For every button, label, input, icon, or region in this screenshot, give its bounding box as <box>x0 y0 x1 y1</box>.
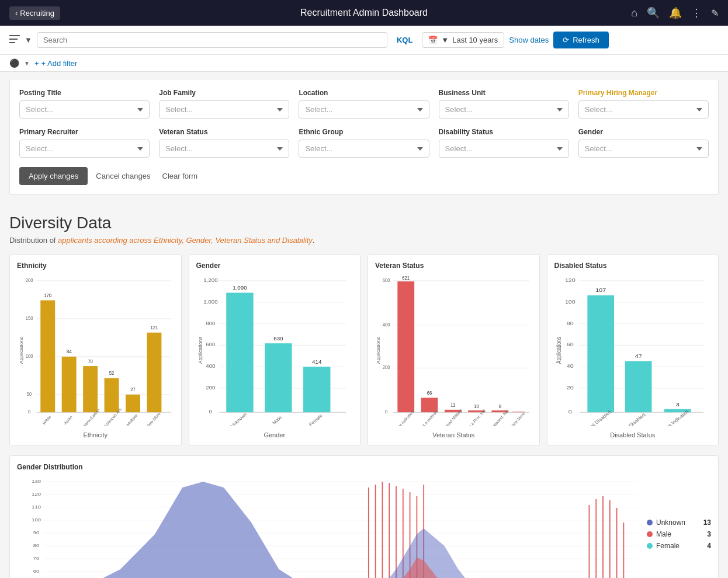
svg-rect-0 <box>9 35 20 36</box>
svg-text:621: 621 <box>402 275 410 281</box>
svg-rect-14 <box>40 300 55 412</box>
legend-item-unknown: Unknown 13 <box>647 518 711 527</box>
svg-text:66: 66 <box>427 390 432 396</box>
show-dates-button[interactable]: Show dates <box>509 36 549 44</box>
legend-item-male: Male 3 <box>647 530 711 538</box>
svg-text:12: 12 <box>450 403 456 409</box>
veteran-chart-card: Veteran Status 600 400 200 0 Application… <box>368 254 540 446</box>
gender-select[interactable]: Select... <box>578 140 709 158</box>
date-range-label: Last 10 years <box>452 36 498 44</box>
ethnic-group-label: Ethnic Group <box>299 128 429 136</box>
disability-status-label: Disability Status <box>439 128 569 136</box>
location-select[interactable]: Select... <box>299 100 429 119</box>
refresh-button[interactable]: ⟳ Refresh <box>553 32 609 48</box>
filter-actions: Apply changes Cancel changes Clear form <box>19 167 709 185</box>
legend-value-female: 4 <box>707 542 711 550</box>
back-button[interactable]: ‹ Recruiting <box>9 6 60 20</box>
filter-icon-button[interactable] <box>9 35 20 46</box>
filter-bar: ⚫ ▼ + + Add filter <box>0 55 728 72</box>
gender-dist-card: Gender Distribution 130 120 110 100 90 8… <box>9 455 719 578</box>
svg-text:80: 80 <box>33 543 40 548</box>
apply-changes-button[interactable]: Apply changes <box>19 167 88 185</box>
disabled-chart-title: Disabled Status <box>554 262 712 270</box>
posting-title-select[interactable]: Select... <box>19 100 150 119</box>
filter-primary-recruiter: Primary Recruiter Select... <box>19 128 150 158</box>
disability-status-select[interactable]: Select... <box>439 140 569 158</box>
calendar-icon: 📅 <box>428 36 438 44</box>
gender-chart-card: Gender 1,200 1,000 800 600 400 200 0 App… <box>189 254 361 446</box>
svg-text:84: 84 <box>67 349 72 355</box>
svg-text:Disabled: Disabled <box>627 412 647 426</box>
date-selector[interactable]: 📅 ▼ Last 10 years <box>422 32 504 48</box>
add-filter-button[interactable]: + + Add filter <box>34 59 77 68</box>
svg-text:8: 8 <box>499 403 502 409</box>
svg-text:50: 50 <box>27 392 32 398</box>
svg-text:Applications: Applications <box>19 337 23 364</box>
svg-text:Male: Male <box>271 415 283 426</box>
svg-text:60: 60 <box>33 569 40 574</box>
hiring-manager-select[interactable]: Select... <box>578 100 709 119</box>
dropdown-icon-2: ▼ <box>441 36 449 44</box>
plus-icon: + <box>34 59 39 68</box>
svg-text:70: 70 <box>33 556 40 561</box>
svg-rect-2 <box>9 42 15 43</box>
filter-row-1: Posting Title Select... Job Family Selec… <box>19 89 709 119</box>
filter-row-2: Primary Recruiter Select... Veteran Stat… <box>19 128 709 158</box>
more-vert-icon[interactable]: ⋮ <box>691 6 702 19</box>
svg-text:Multiple: Multiple <box>126 413 138 426</box>
svg-text:200: 200 <box>26 278 33 284</box>
svg-rect-65 <box>397 281 414 412</box>
gender-chart-svg: 1,200 1,000 800 600 400 200 0 Applicatio… <box>196 274 353 426</box>
svg-text:600: 600 <box>206 342 215 347</box>
main-content: Diversity Data Distribution of applicant… <box>0 202 728 578</box>
business-unit-select[interactable]: Select... <box>439 100 569 119</box>
search-input[interactable] <box>43 36 381 44</box>
filter-ethnic-group: Ethnic Group Select... <box>299 128 429 158</box>
cancel-changes-button[interactable]: Cancel changes <box>92 167 154 185</box>
filter-veteran-status: Veteran Status Select... <box>159 128 289 158</box>
home-icon[interactable]: ⌂ <box>631 7 637 19</box>
svg-text:0: 0 <box>209 409 212 415</box>
primary-recruiter-select[interactable]: Select... <box>19 140 150 158</box>
legend-dot-male <box>647 531 653 537</box>
svg-text:Unknown: Unknown <box>229 412 248 426</box>
ethnic-group-select[interactable]: Select... <box>299 140 429 158</box>
nav-icons: ⌂ 🔍 🔔 ⋮ ✎ <box>631 6 719 19</box>
dropdown-icon[interactable]: ▼ <box>25 36 32 44</box>
bell-icon[interactable]: 🔔 <box>669 6 682 19</box>
svg-text:130: 130 <box>32 479 41 484</box>
svg-text:200: 200 <box>383 365 390 371</box>
filter-globe-arrow: ▼ <box>24 60 30 67</box>
svg-text:View More: View More <box>145 411 162 426</box>
filter-business-unit: Business Unit Select... <box>439 89 569 119</box>
svg-text:400: 400 <box>383 322 390 328</box>
job-family-select[interactable]: Select... <box>159 100 289 119</box>
filter-posting-title: Posting Title Select... <box>19 89 150 119</box>
clear-form-button[interactable]: Clear form <box>159 167 202 185</box>
charts-row: Ethnicity 200 150 100 50 0 Applications <box>9 254 719 446</box>
svg-text:107: 107 <box>595 287 606 293</box>
subtitle-em: applicants according across Ethnicity, G… <box>58 236 313 245</box>
edit-circle-icon[interactable]: ✎ <box>711 8 719 19</box>
svg-rect-26 <box>126 395 140 412</box>
svg-text:80: 80 <box>566 321 574 326</box>
filter-panel: Posting Title Select... Job Family Selec… <box>9 79 719 195</box>
business-unit-label: Business Unit <box>439 89 569 97</box>
search-icon[interactable]: 🔍 <box>647 6 660 19</box>
refresh-icon: ⟳ <box>563 36 569 44</box>
svg-text:120: 120 <box>564 277 576 283</box>
veteran-status-select[interactable]: Select... <box>159 140 289 158</box>
svg-text:52: 52 <box>109 371 115 377</box>
kql-button[interactable]: KQL <box>392 33 417 47</box>
svg-rect-29 <box>147 333 161 413</box>
svg-text:Asian: Asian <box>63 415 73 426</box>
svg-text:47: 47 <box>635 353 642 359</box>
svg-text:40: 40 <box>566 363 574 369</box>
section-title: Diversity Data <box>9 214 719 232</box>
svg-text:0: 0 <box>28 409 31 415</box>
svg-text:1,000: 1,000 <box>203 299 217 304</box>
svg-text:100: 100 <box>26 354 33 360</box>
legend-label-unknown: Unknown <box>656 518 685 527</box>
svg-rect-1 <box>9 39 18 40</box>
add-filter-label: + Add filter <box>41 59 78 68</box>
